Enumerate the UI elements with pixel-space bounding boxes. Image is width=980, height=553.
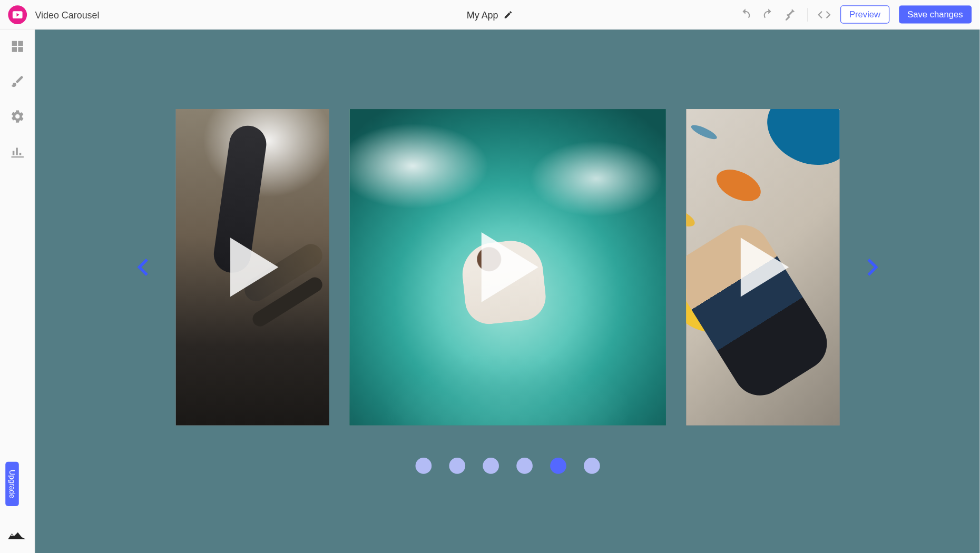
analytics-icon[interactable] — [10, 144, 25, 159]
brush-icon[interactable] — [10, 74, 25, 89]
brand: Video Carousel — [8, 5, 99, 24]
play-icon — [464, 217, 551, 318]
carousel-card-right[interactable] — [686, 109, 839, 426]
app-title: My App — [467, 9, 498, 19]
carousel-dot-1[interactable] — [415, 458, 432, 474]
app-title-area[interactable]: My App — [467, 9, 513, 19]
topbar-right-controls: Preview Save changes — [739, 5, 972, 24]
hammer-icon[interactable] — [785, 8, 798, 22]
mascot-icon — [7, 530, 27, 541]
carousel-card-center[interactable] — [349, 109, 666, 426]
code-icon[interactable] — [818, 8, 831, 22]
carousel-next-button[interactable] — [859, 256, 882, 279]
play-icon — [215, 223, 289, 311]
brand-badge-icon — [8, 5, 27, 24]
carousel-dot-6[interactable] — [583, 458, 600, 474]
save-changes-button[interactable]: Save changes — [899, 5, 972, 24]
sidebar: Upgrade — [0, 29, 35, 553]
carousel-card-left[interactable] — [175, 109, 329, 426]
layout-icon[interactable] — [10, 39, 25, 54]
carousel-dot-4[interactable] — [516, 458, 533, 474]
edit-title-icon[interactable] — [504, 10, 513, 19]
svg-point-1 — [11, 535, 13, 536]
brand-label: Video Carousel — [35, 9, 99, 19]
carousel-dot-5[interactable] — [550, 458, 566, 474]
play-icon — [726, 223, 800, 311]
undo-icon[interactable] — [739, 8, 752, 22]
carousel-dots — [415, 458, 600, 474]
divider — [808, 8, 808, 22]
carousel-prev-button[interactable] — [132, 256, 155, 279]
canvas-area — [35, 29, 979, 553]
carousel-dot-3[interactable] — [483, 458, 499, 474]
redo-icon[interactable] — [762, 8, 776, 22]
topbar: Video Carousel My App Preview Save chang… — [0, 0, 979, 29]
carousel-dot-2[interactable] — [449, 458, 465, 474]
preview-button[interactable]: Preview — [840, 5, 889, 24]
gear-icon[interactable] — [10, 109, 25, 124]
upgrade-button[interactable]: Upgrade — [5, 461, 19, 506]
carousel — [132, 109, 883, 426]
